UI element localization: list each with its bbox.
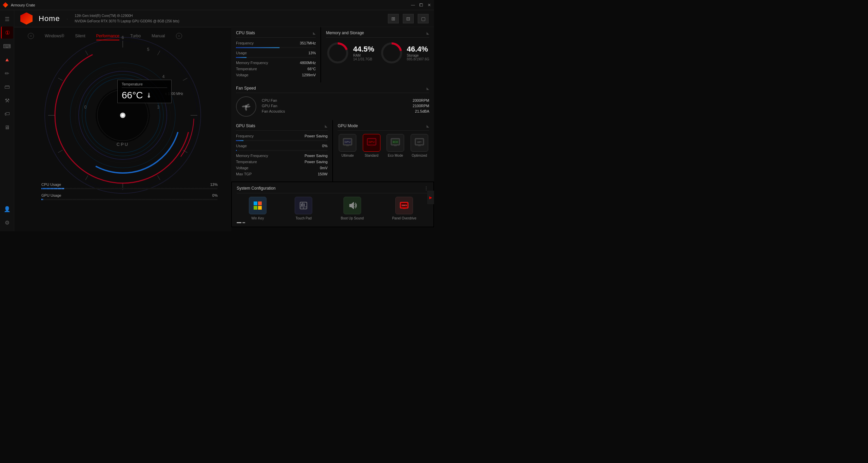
cpu-stats-header: CPU Stats ◣ <box>236 31 316 38</box>
gpu-usage-stat-value: 0% <box>322 144 328 148</box>
gpu-memfreq-label: Memory Frequency <box>236 154 268 158</box>
close-button[interactable]: ✕ <box>427 3 431 7</box>
sys-boot-sound[interactable]: Boot Up Sound <box>341 197 364 220</box>
gpu-tgp-line: Max TGP 150W <box>236 172 328 176</box>
gpu-mode-ultimate[interactable]: GPU Ultimate <box>339 134 356 157</box>
cpu-stats-title: CPU Stats <box>236 31 255 35</box>
fan-corner: ◣ <box>427 86 429 90</box>
tab-silent[interactable]: Silent <box>75 32 85 40</box>
view-grid-button[interactable]: ⊞ <box>388 14 399 23</box>
gpu-bar-dots <box>41 199 218 200</box>
ram-donut-svg <box>326 41 350 65</box>
acoustics-value: 21.5dBA <box>415 109 429 113</box>
sys-touchpad[interactable]: Touch Pad <box>295 197 312 220</box>
content-area: Home - 12th Gen Intel(R) Core(TM) i9-129… <box>14 10 434 231</box>
header: Home - 12th Gen Intel(R) Core(TM) i9-129… <box>14 10 434 27</box>
sidebar-item-tools[interactable]: ⚒ <box>1 94 13 107</box>
sidebar-item-monitor[interactable]: 🖥 <box>1 121 13 134</box>
left-panel: 6 5 4 3 2 1 0 x 1000 MHz <box>14 27 231 231</box>
ram-pct: 44.5% <box>353 45 374 54</box>
panel-button[interactable]: ▢ <box>418 14 429 23</box>
cpu-memfreq-line: Memory Frequency 4800MHz <box>236 61 316 65</box>
gpu-mode-standard[interactable]: GPU Standard <box>363 134 380 157</box>
storage-section: 46.4% Storage 885.8/1907.6G <box>380 41 429 65</box>
sys-panel-overdrive[interactable]: 3MS Panel Overdrive <box>392 197 416 220</box>
svg-line-12 <box>58 78 62 81</box>
sys-config-menu[interactable]: ⋮ <box>424 186 429 191</box>
panel-overdrive-label: Panel Overdrive <box>392 216 416 220</box>
ram-info: 44.5% RAM 14.1/31.7GB <box>353 45 374 61</box>
sidebar-item-keyboard[interactable]: ⌨ <box>1 40 13 52</box>
cpu-usage-line: Usage 13% <box>236 51 316 55</box>
sidebar-item-settings[interactable]: ⚙ <box>1 216 13 229</box>
tab-turbo[interactable]: Turbo <box>130 32 141 40</box>
main-content: 6 5 4 3 2 1 0 x 1000 MHz <box>14 27 434 231</box>
sidebar-item-aura[interactable]: 🔺 <box>1 54 13 66</box>
cpu-fan-value: 2000RPM <box>413 98 429 102</box>
storage-label: Storage <box>407 54 429 57</box>
right-panel: CPU Stats ◣ Frequency 3517MHz <box>231 27 434 231</box>
tab-prev-btn[interactable]: ○ <box>28 33 34 39</box>
cpu-stats-card: CPU Stats ◣ Frequency 3517MHz <box>231 27 320 82</box>
sys-win-key[interactable]: Win Key <box>249 197 267 220</box>
cpu-fan-label: CPU Fan <box>262 98 277 102</box>
cpu-temp-line: Temperature 66°C <box>236 67 316 71</box>
minimize-button[interactable]: — <box>411 3 415 7</box>
gpu-mode-options: GPU Ultimate <box>338 134 429 157</box>
svg-text:4: 4 <box>162 74 165 79</box>
sys-config-row: System Configuration ⋮ <box>231 181 434 227</box>
cpu-usage-label: CPU Usage <box>41 182 61 187</box>
gpu-ultimate-icon: GPU <box>339 134 356 152</box>
storage-donut-svg <box>380 41 403 65</box>
gpu-mode-eco[interactable]: ECO Eco Mode <box>387 134 404 157</box>
sidebar-item-page[interactable]: ① <box>1 26 13 39</box>
gpu-stats-header: GPU Stats ◣ <box>236 123 328 131</box>
sidebar-item-profile[interactable]: 👤 <box>1 203 13 215</box>
tab-windows[interactable]: Windows® <box>45 32 64 40</box>
svg-rect-51 <box>394 145 397 146</box>
gpu-volt-value: 0mV <box>320 166 328 170</box>
mem-storage-content: 44.5% RAM 14.1/31.7GB <box>326 41 429 65</box>
cpu-usage-stat: CPU Usage 13% <box>41 182 218 189</box>
sidebar-item-menu[interactable]: ☰ <box>1 13 13 25</box>
svg-rect-59 <box>254 206 257 210</box>
tab-performance[interactable]: Performance <box>96 32 120 40</box>
boot-sound-label: Boot Up Sound <box>341 216 364 220</box>
gpu-tgp-label: Max TGP <box>236 172 252 176</box>
memory-storage-card: Memory and Storage ◣ <box>321 27 434 82</box>
cpu-info-line: 12th Gen Intel(R) Core(TM) i9-12900H <box>75 13 179 19</box>
svg-rect-55 <box>418 145 421 146</box>
svg-line-10 <box>58 150 62 153</box>
sidebar-item-coupons[interactable]: 🏷 <box>1 108 13 120</box>
gpu-optimized-icon: OPT <box>411 134 428 152</box>
gpu-fan-label: GPU Fan <box>262 104 277 108</box>
svg-text:CPU: CPU <box>117 142 129 147</box>
header-title: Home <box>39 14 60 23</box>
window-controls: — ⧠ ✕ <box>411 3 431 7</box>
svg-point-31 <box>121 114 124 117</box>
app-icon <box>3 2 8 8</box>
sidebar-item-gallery[interactable]: 🗃 <box>1 81 13 93</box>
gpu-volt-label: Voltage <box>236 166 249 170</box>
next-page-arrow[interactable]: ▶ <box>427 191 434 204</box>
restore-button[interactable]: ⧠ <box>419 3 423 7</box>
view-list-button[interactable]: ⊟ <box>403 14 414 23</box>
tab-manual[interactable]: Manual <box>152 32 165 40</box>
gpu-mode-optimized[interactable]: OPT Optimized <box>411 134 428 157</box>
temp-value: 66°C 🌡 <box>122 90 167 101</box>
sidebar-item-edit[interactable]: ✏ <box>1 67 13 79</box>
cpu-freq-value: 3517MHz <box>300 41 316 45</box>
sys-config-pagination <box>237 222 429 223</box>
temp-number: 66°C <box>122 90 143 101</box>
gpu-usage-value: 0% <box>212 193 218 197</box>
svg-rect-57 <box>254 201 257 205</box>
cpu-temp-value: 66°C <box>308 67 316 71</box>
header-actions: ⊞ ⊟ ▢ <box>388 14 429 23</box>
sys-config-title: System Configuration <box>237 186 276 191</box>
storage-info: 46.4% Storage 885.8/1907.6G <box>407 45 429 61</box>
gpu-corner: ◣ <box>325 124 328 128</box>
fan-content: CPU Fan 2000RPM GPU Fan 2100RPM Fan Acou… <box>236 96 429 117</box>
svg-rect-47 <box>370 145 373 146</box>
header-info: 12th Gen Intel(R) Core(TM) i9-12900H NVI… <box>75 13 179 24</box>
gpu-usage-line: Usage 0% <box>236 144 328 148</box>
